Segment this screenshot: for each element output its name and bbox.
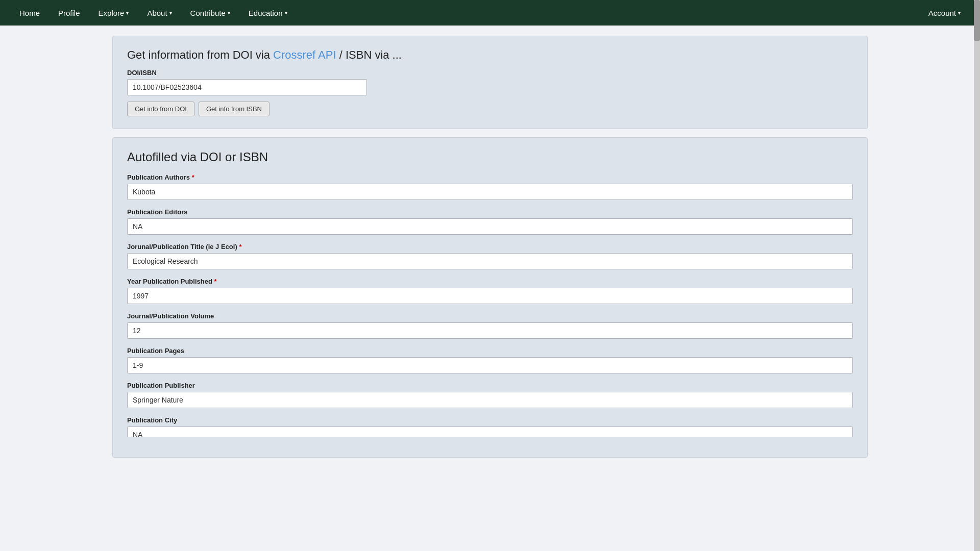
pub-year-label: Year Publication Published *: [127, 278, 853, 285]
pub-publisher-input[interactable]: [127, 392, 853, 408]
get-info-isbn-button[interactable]: Get info from ISBN: [199, 102, 270, 116]
get-info-doi-button[interactable]: Get info from DOI: [127, 102, 194, 116]
pub-editors-label: Publication Editors: [127, 208, 853, 216]
pub-authors-input[interactable]: [127, 184, 853, 200]
nav-explore[interactable]: Explore ▾: [89, 0, 138, 26]
pub-year-input[interactable]: [127, 288, 853, 304]
pub-editors-group: Publication Editors: [127, 208, 853, 235]
nav-contribute-label: Contribute: [190, 9, 226, 17]
pub-pages-label: Publication Pages: [127, 347, 853, 355]
nav-about-caret: ▾: [169, 10, 172, 16]
autofill-card: Autofilled via DOI or ISBN Publication A…: [112, 137, 868, 458]
doi-card: Get information from DOI via Crossref AP…: [112, 36, 868, 129]
doi-heading: Get information from DOI via Crossref AP…: [127, 48, 853, 62]
pub-title-input[interactable]: [127, 253, 853, 269]
pub-publisher-group: Publication Publisher: [127, 382, 853, 408]
nav-contribute-caret: ▾: [228, 10, 230, 16]
pub-editors-input[interactable]: [127, 218, 853, 235]
scrollbar-thumb[interactable]: [974, 0, 980, 41]
page-content: Get information from DOI via Crossref AP…: [0, 26, 980, 486]
pub-authors-required: *: [192, 173, 194, 181]
pub-publisher-label: Publication Publisher: [127, 382, 853, 389]
doi-heading-suffix: / ISBN via ...: [336, 48, 402, 61]
nav-education-caret: ▾: [285, 10, 287, 16]
pub-title-required: *: [239, 243, 241, 251]
nav-about-label: About: [147, 9, 167, 17]
nav-education-label: Education: [249, 9, 283, 17]
pub-volume-group: Journal/Publication Volume: [127, 312, 853, 339]
nav-contribute[interactable]: Contribute ▾: [181, 0, 239, 26]
nav-items: Home Profile Explore ▾ About ▾ Contribut…: [10, 0, 919, 26]
pub-title-label: Jorunal/Publication Title (ie J Ecol) *: [127, 243, 853, 251]
pub-authors-group: Publication Authors *: [127, 173, 853, 200]
nav-home[interactable]: Home: [10, 0, 49, 26]
pub-volume-input[interactable]: [127, 322, 853, 339]
nav-explore-caret: ▾: [126, 10, 129, 16]
nav-education[interactable]: Education ▾: [239, 0, 297, 26]
nav-about[interactable]: About ▾: [138, 0, 181, 26]
pub-city-group: Publication City: [127, 416, 853, 437]
scrollbar[interactable]: [974, 0, 980, 486]
pub-city-input[interactable]: [127, 427, 853, 437]
doi-input-wrap: [127, 79, 367, 95]
pub-year-required: *: [214, 278, 217, 285]
pub-year-group: Year Publication Published *: [127, 278, 853, 304]
nav-profile[interactable]: Profile: [49, 0, 89, 26]
doi-isbn-label: DOI/ISBN: [127, 69, 853, 77]
pub-city-label: Publication City: [127, 416, 853, 424]
nav-account-caret: ▾: [958, 10, 961, 16]
nav-account[interactable]: Account ▾: [919, 0, 970, 26]
nav-account-label: Account: [928, 9, 956, 17]
crossref-api-link[interactable]: Crossref API: [273, 48, 336, 61]
pub-volume-label: Journal/Publication Volume: [127, 312, 853, 320]
nav-explore-label: Explore: [99, 9, 125, 17]
pub-title-group: Jorunal/Publication Title (ie J Ecol) *: [127, 243, 853, 269]
autofill-title: Autofilled via DOI or ISBN: [127, 150, 853, 164]
pub-pages-input[interactable]: [127, 357, 853, 373]
nav-home-label: Home: [19, 9, 40, 17]
pub-authors-label: Publication Authors *: [127, 173, 853, 181]
pub-pages-group: Publication Pages: [127, 347, 853, 373]
nav-profile-label: Profile: [58, 9, 80, 17]
navbar: Home Profile Explore ▾ About ▾ Contribut…: [0, 0, 980, 26]
doi-btn-row: Get info from DOI Get info from ISBN: [127, 102, 853, 116]
doi-heading-prefix: Get information from DOI via: [127, 48, 273, 61]
doi-isbn-input[interactable]: [127, 79, 367, 95]
